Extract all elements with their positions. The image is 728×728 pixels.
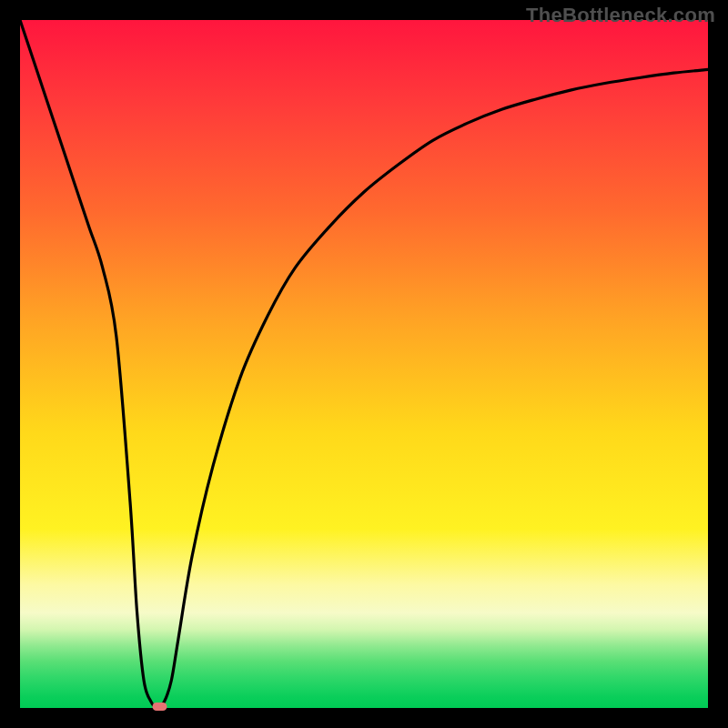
plot-area — [20, 20, 708, 708]
watermark-text: TheBottleneck.com — [526, 4, 715, 27]
svg-rect-0 — [152, 703, 167, 711]
optimal-marker — [152, 703, 167, 711]
bottleneck-curve — [20, 20, 708, 708]
chart-frame: TheBottleneck.com — [0, 0, 728, 728]
chart-svg — [20, 20, 708, 708]
